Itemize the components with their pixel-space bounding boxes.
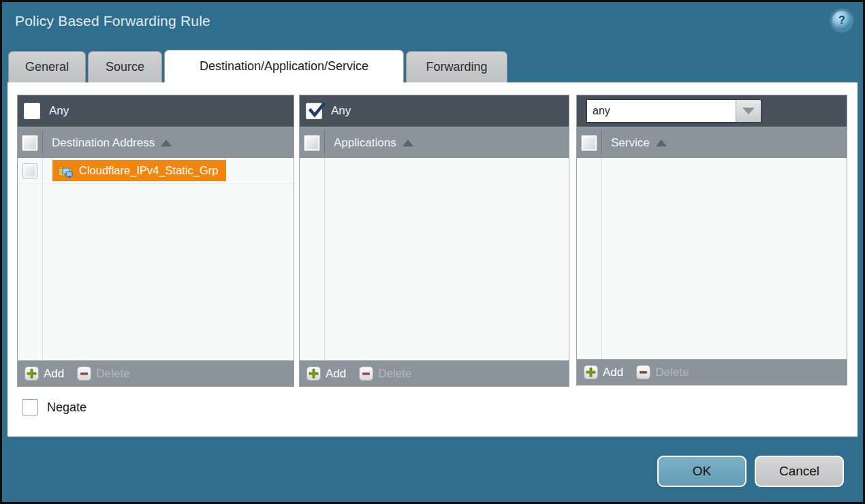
list-separator — [324, 158, 325, 360]
add-plus-icon — [584, 365, 598, 379]
service-column-header[interactable]: Service — [577, 127, 847, 158]
policy-based-forwarding-dialog: Policy Based Forwarding Rule ? General S… — [0, 0, 865, 504]
service-panel: any Service Add — [576, 95, 847, 385]
applications-add-button[interactable]: Add — [306, 366, 346, 381]
tab-source-label: Source — [106, 60, 144, 74]
delete-button-label: Delete — [96, 367, 129, 381]
destination-address-item[interactable]: Cloudflare_IPv4_Static_Grp — [52, 160, 226, 181]
header-separator — [601, 130, 602, 155]
delete-minus-icon — [636, 365, 650, 379]
destination-any-checkbox[interactable] — [24, 103, 40, 119]
tab-forwarding[interactable]: Forwarding — [406, 51, 507, 82]
title-bar: Policy Based Forwarding Rule ? — [2, 2, 863, 47]
destination-select-all-checkbox[interactable] — [22, 135, 38, 151]
applications-panel: Any Applications Add — [299, 95, 569, 387]
chevron-down-icon — [742, 108, 755, 114]
destination-address-name: Cloudflare_IPv4_Static_Grp — [79, 164, 219, 177]
negate-label: Negate — [47, 400, 86, 415]
service-select-all-checkbox[interactable] — [581, 135, 597, 151]
header-separator — [42, 130, 43, 155]
tab-general-label: General — [25, 60, 69, 74]
tab-forwarding-label: Forwarding — [426, 60, 487, 74]
applications-any-bar: Any — [300, 95, 569, 127]
add-button-label: Add — [326, 367, 346, 381]
ok-button[interactable]: OK — [657, 456, 746, 487]
tab-bar: General Source Destination/Application/S… — [8, 50, 507, 82]
sort-ascending-icon — [403, 140, 413, 146]
service-delete-button[interactable]: Delete — [636, 365, 689, 379]
applications-any-checkbox[interactable] — [306, 103, 322, 119]
destination-add-button[interactable]: Add — [25, 366, 64, 381]
cancel-button[interactable]: Cancel — [755, 456, 844, 487]
applications-list — [300, 158, 569, 360]
delete-minus-icon — [77, 366, 91, 381]
tab-destination-application-service[interactable]: Destination/Application/Service — [164, 50, 404, 82]
add-button-label: Add — [603, 366, 623, 379]
list-separator — [601, 158, 602, 359]
destination-any-bar: Any — [18, 95, 294, 127]
destination-footer: Add Delete — [18, 360, 294, 386]
delete-button-label: Delete — [378, 367, 411, 381]
destination-delete-button[interactable]: Delete — [77, 366, 129, 381]
tab-content: Any Destination Address — [7, 82, 858, 437]
applications-header-label: Applications — [334, 136, 396, 150]
negate-checkbox[interactable] — [22, 399, 38, 415]
add-button-label: Add — [44, 367, 64, 381]
address-group-icon — [58, 164, 74, 178]
help-icon[interactable]: ? — [832, 11, 851, 30]
delete-minus-icon — [359, 366, 373, 381]
table-row: Cloudflare_IPv4_Static_Grp — [18, 158, 294, 184]
add-plus-icon — [306, 366, 321, 381]
header-separator — [324, 130, 325, 155]
applications-select-all-checkbox[interactable] — [304, 135, 320, 151]
add-plus-icon — [25, 366, 39, 381]
sort-ascending-icon — [656, 140, 667, 146]
service-header-label: Service — [611, 136, 650, 150]
service-dropdown-button[interactable] — [736, 100, 761, 122]
service-list — [577, 158, 847, 359]
destination-any-label: Any — [49, 104, 69, 118]
destination-header-label: Destination Address — [52, 136, 155, 150]
sort-ascending-icon — [161, 140, 172, 146]
dialog-title: Policy Based Forwarding Rule — [15, 13, 210, 29]
applications-delete-button[interactable]: Delete — [359, 366, 411, 381]
service-dropdown-value: any — [587, 100, 736, 122]
checkmark-icon — [307, 101, 326, 120]
destination-address-panel: Any Destination Address — [17, 95, 294, 387]
ok-button-label: OK — [693, 464, 711, 479]
service-dropdown-bar: any — [577, 95, 847, 127]
destination-list: Cloudflare_IPv4_Static_Grp — [18, 158, 294, 360]
service-add-button[interactable]: Add — [584, 365, 623, 379]
help-glyph: ? — [838, 14, 845, 27]
cancel-button-label: Cancel — [779, 464, 819, 479]
destination-column-header[interactable]: Destination Address — [18, 127, 294, 158]
list-separator — [42, 158, 43, 360]
service-dropdown[interactable]: any — [586, 99, 761, 123]
tab-general[interactable]: General — [8, 51, 86, 82]
applications-footer: Add Delete — [300, 360, 569, 386]
applications-any-label: Any — [331, 104, 351, 118]
service-footer: Add Delete — [577, 359, 847, 385]
destination-row-checkbox[interactable] — [22, 163, 37, 178]
tab-source[interactable]: Source — [88, 51, 162, 82]
negate-option: Negate — [22, 399, 86, 415]
applications-column-header[interactable]: Applications — [300, 127, 569, 158]
tab-destination-label: Destination/Application/Service — [200, 59, 368, 74]
delete-button-label: Delete — [655, 366, 689, 379]
